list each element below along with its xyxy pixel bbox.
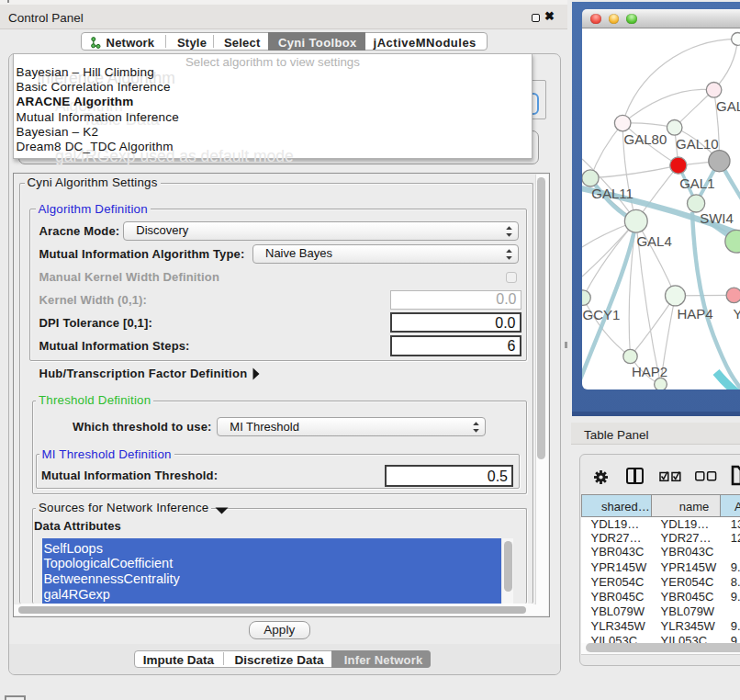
svg-text:GAL10: GAL10 [676, 136, 719, 152]
svg-text:Y: Y [734, 306, 740, 322]
svg-text:GAL7: GAL7 [716, 98, 740, 114]
svg-text:GAL80: GAL80 [624, 131, 667, 147]
svg-text:GAL1: GAL1 [679, 175, 714, 191]
svg-text:GAL4: GAL4 [636, 233, 671, 249]
svg-text:GAL11: GAL11 [591, 186, 633, 201]
svg-text:HAP2: HAP2 [632, 364, 667, 379]
svg-text:SWI4: SWI4 [700, 210, 734, 226]
svg-text:HAP4: HAP4 [677, 306, 712, 322]
svg-text:GCY1: GCY1 [583, 307, 621, 322]
